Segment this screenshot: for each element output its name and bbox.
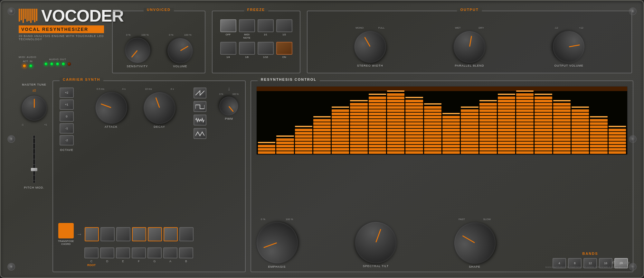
eq-bar-15[interactable] xyxy=(535,88,552,154)
freeze-btn-12[interactable] xyxy=(276,19,292,32)
eq-bar-19[interactable] xyxy=(609,88,626,154)
chord-row2 xyxy=(58,247,240,258)
eq-bar-9[interactable] xyxy=(424,88,441,154)
spectral-tilt-container: SPECTRAL TILT xyxy=(355,221,397,268)
freeze-btn-18[interactable] xyxy=(239,42,255,55)
freeze-btn-on[interactable] xyxy=(276,42,292,55)
wave-btn-sine[interactable] xyxy=(194,128,206,139)
audio-out-led-3 xyxy=(56,62,60,66)
octave-btn-p2[interactable]: +2 xyxy=(60,88,74,98)
freeze-btn-11[interactable] xyxy=(258,19,274,32)
wave-btn-noise[interactable] xyxy=(194,115,206,125)
screw-bl xyxy=(7,263,15,271)
screw-tl xyxy=(7,7,15,15)
decay-knob[interactable] xyxy=(139,87,180,128)
shape-knob[interactable] xyxy=(446,214,503,272)
eq-bar-1[interactable] xyxy=(276,88,294,154)
master-tune-knob[interactable] xyxy=(21,95,47,121)
note-btn2-A[interactable] xyxy=(163,247,177,258)
eq-bars[interactable] xyxy=(258,88,626,154)
freeze-btn-midi[interactable] xyxy=(239,19,255,32)
brand-name: VOCODER xyxy=(41,7,124,24)
note-btn-A[interactable] xyxy=(164,227,178,241)
note-btn-E[interactable] xyxy=(116,227,130,241)
emphasis-label: EMPHASIS xyxy=(268,265,286,268)
note-label-D: D xyxy=(100,260,114,263)
transpose-label: TRANSPOSECHORD xyxy=(58,240,74,246)
unvoiced-knobs: 0 % 100 % SENSITIVITY 0 % 100 % VOLUME xyxy=(113,11,205,73)
note-label-B: B xyxy=(179,260,193,263)
eq-bar-14[interactable] xyxy=(516,88,534,154)
shape-min: FAST xyxy=(459,218,465,221)
emphasis-knob[interactable] xyxy=(250,216,304,270)
eq-bar-3[interactable] xyxy=(313,88,331,154)
wave-btn-square[interactable] xyxy=(194,101,206,112)
wave-btn-saw[interactable] xyxy=(194,88,206,98)
note-btn-F[interactable] xyxy=(132,227,146,241)
transpose-btn[interactable] xyxy=(58,223,74,238)
freeze-btn-116[interactable] xyxy=(258,42,274,55)
chord-section: TRANSPOSECHORD → xyxy=(58,223,240,267)
note-label-A: A xyxy=(163,260,177,263)
note-btn-C[interactable] xyxy=(85,227,99,241)
note-btn-B[interactable] xyxy=(179,227,194,241)
note-btn2-F[interactable] xyxy=(132,247,146,258)
pitch-mod-thumb[interactable] xyxy=(31,168,37,171)
resynthesis-panel: RESYNTHESIS CONTROL 0 % 100 % EMPHASIS xyxy=(251,80,633,272)
stereo-width-container: MONO FULL STEREO WIDTH xyxy=(354,26,386,68)
note-btn2-D[interactable] xyxy=(100,247,114,258)
spectral-tilt-label: SPECTRAL TILT xyxy=(363,264,389,268)
description: 20 BAND ANALYSIS ENGINE WITH TOUCHABLE L… xyxy=(19,34,104,41)
eq-bar-12[interactable] xyxy=(479,88,497,154)
parallel-blend-label: PARALLEL BLEND xyxy=(455,64,484,68)
output-volume-knob[interactable] xyxy=(550,28,588,65)
eq-display xyxy=(256,86,628,155)
stereo-max: FULL xyxy=(378,26,385,29)
note-btn2-C[interactable] xyxy=(84,247,99,258)
pwm-knob[interactable] xyxy=(215,93,243,120)
parallel-blend-knob[interactable] xyxy=(451,28,488,65)
attack-knob[interactable] xyxy=(90,87,132,128)
eq-bar-10[interactable] xyxy=(442,88,460,154)
eq-bar-8[interactable] xyxy=(405,88,423,154)
eq-bar-18[interactable] xyxy=(590,88,607,154)
eq-bar-2[interactable] xyxy=(295,88,312,154)
note-btn-D[interactable] xyxy=(100,227,115,241)
indicators-section: MIDI AUDIO ACT. IN AUDIO OUT xyxy=(19,56,71,68)
octave-btn-0[interactable]: 0 xyxy=(60,111,74,122)
stereo-width-knob[interactable] xyxy=(348,25,392,69)
freeze-btn-off[interactable] xyxy=(220,19,236,32)
octave-btn-m2[interactable]: -2 xyxy=(60,135,74,145)
eq-bar-5[interactable] xyxy=(350,88,367,154)
attack-min: 0.5 ms xyxy=(97,88,104,90)
square-wave-icon xyxy=(195,104,204,109)
note-btn2-G[interactable] xyxy=(147,247,162,258)
eq-bar-7[interactable] xyxy=(387,88,404,154)
eq-bar-13[interactable] xyxy=(498,88,515,154)
freeze-btn-14[interactable] xyxy=(220,42,236,55)
waveform-section xyxy=(194,88,206,139)
octave-btn-p1[interactable]: +1 xyxy=(60,99,74,110)
spectral-tilt-knob[interactable] xyxy=(349,216,403,269)
eq-bar-11[interactable] xyxy=(461,88,478,154)
note-btn-G[interactable] xyxy=(148,227,162,241)
vocoder-unit: VOCODER VOCAL RESYNTHESIZER 20 BAND ANAL… xyxy=(0,0,644,278)
resynthesis-title: RESYNTHESIS CONTROL xyxy=(258,78,320,81)
parallel-blend-container: WET DRY PARALLEL BLEND xyxy=(453,26,486,68)
unvoiced-volume-knob[interactable] xyxy=(163,33,198,68)
decay-min: 10 ms xyxy=(145,88,152,90)
note-btn2-E[interactable] xyxy=(116,247,130,258)
master-tune-value: ±0 xyxy=(32,89,36,92)
audio-out-indicator: AUDIO OUT xyxy=(44,58,71,66)
eq-bar-6[interactable] xyxy=(369,88,386,154)
eq-bar-16[interactable] xyxy=(553,88,571,154)
audio-in-led xyxy=(29,64,33,68)
eq-bar-17[interactable] xyxy=(572,88,589,154)
note-btn2-B[interactable] xyxy=(179,247,193,258)
pitch-mod-track[interactable] xyxy=(33,135,35,183)
freeze-btn-12-label: 1/2 xyxy=(282,33,286,36)
eq-bar-0[interactable] xyxy=(258,88,275,154)
eq-bar-4[interactable] xyxy=(332,88,349,154)
sensitivity-knob[interactable] xyxy=(119,32,156,69)
octave-btn-m1[interactable]: -1 xyxy=(60,123,74,134)
